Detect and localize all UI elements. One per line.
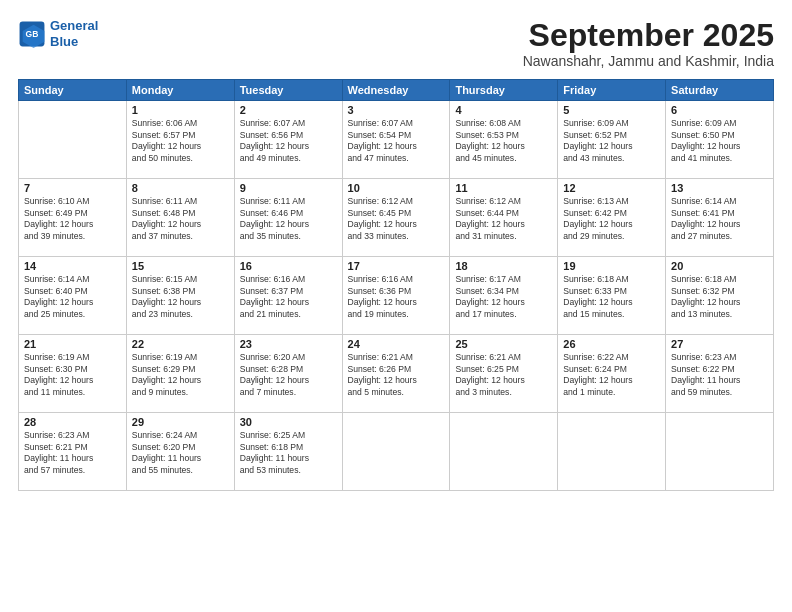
day-info: Sunrise: 6:14 AMSunset: 6:41 PMDaylight:… (671, 196, 768, 242)
day-info: Sunrise: 6:24 AMSunset: 6:20 PMDaylight:… (132, 430, 229, 476)
calendar-cell: 17Sunrise: 6:16 AMSunset: 6:36 PMDayligh… (342, 257, 450, 335)
day-number: 29 (132, 416, 229, 428)
header: GB General Blue September 2025 Nawanshah… (18, 18, 774, 69)
day-number: 17 (348, 260, 445, 272)
calendar-cell: 10Sunrise: 6:12 AMSunset: 6:45 PMDayligh… (342, 179, 450, 257)
calendar-cell: 27Sunrise: 6:23 AMSunset: 6:22 PMDayligh… (666, 335, 774, 413)
calendar-week-row: 1Sunrise: 6:06 AMSunset: 6:57 PMDaylight… (19, 101, 774, 179)
calendar-cell: 25Sunrise: 6:21 AMSunset: 6:25 PMDayligh… (450, 335, 558, 413)
calendar-cell (666, 413, 774, 491)
day-number: 28 (24, 416, 121, 428)
day-info: Sunrise: 6:15 AMSunset: 6:38 PMDaylight:… (132, 274, 229, 320)
calendar-cell: 24Sunrise: 6:21 AMSunset: 6:26 PMDayligh… (342, 335, 450, 413)
day-info: Sunrise: 6:09 AMSunset: 6:52 PMDaylight:… (563, 118, 660, 164)
day-info: Sunrise: 6:25 AMSunset: 6:18 PMDaylight:… (240, 430, 337, 476)
calendar-cell: 7Sunrise: 6:10 AMSunset: 6:49 PMDaylight… (19, 179, 127, 257)
day-number: 22 (132, 338, 229, 350)
title-block: September 2025 Nawanshahr, Jammu and Kas… (523, 18, 774, 69)
calendar-cell: 16Sunrise: 6:16 AMSunset: 6:37 PMDayligh… (234, 257, 342, 335)
calendar-cell: 29Sunrise: 6:24 AMSunset: 6:20 PMDayligh… (126, 413, 234, 491)
calendar-cell: 19Sunrise: 6:18 AMSunset: 6:33 PMDayligh… (558, 257, 666, 335)
day-number: 10 (348, 182, 445, 194)
day-info: Sunrise: 6:08 AMSunset: 6:53 PMDaylight:… (455, 118, 552, 164)
day-number: 8 (132, 182, 229, 194)
calendar-cell: 8Sunrise: 6:11 AMSunset: 6:48 PMDaylight… (126, 179, 234, 257)
weekday-header: Sunday (19, 80, 127, 101)
subtitle: Nawanshahr, Jammu and Kashmir, India (523, 53, 774, 69)
day-info: Sunrise: 6:18 AMSunset: 6:33 PMDaylight:… (563, 274, 660, 320)
calendar-cell: 15Sunrise: 6:15 AMSunset: 6:38 PMDayligh… (126, 257, 234, 335)
day-number: 13 (671, 182, 768, 194)
day-info: Sunrise: 6:16 AMSunset: 6:36 PMDaylight:… (348, 274, 445, 320)
logo-icon: GB (18, 20, 46, 48)
day-number: 16 (240, 260, 337, 272)
day-number: 3 (348, 104, 445, 116)
day-info: Sunrise: 6:21 AMSunset: 6:26 PMDaylight:… (348, 352, 445, 398)
calendar-cell: 1Sunrise: 6:06 AMSunset: 6:57 PMDaylight… (126, 101, 234, 179)
svg-text:GB: GB (26, 29, 39, 39)
calendar-cell: 20Sunrise: 6:18 AMSunset: 6:32 PMDayligh… (666, 257, 774, 335)
calendar-cell: 14Sunrise: 6:14 AMSunset: 6:40 PMDayligh… (19, 257, 127, 335)
weekday-header: Tuesday (234, 80, 342, 101)
calendar-cell: 4Sunrise: 6:08 AMSunset: 6:53 PMDaylight… (450, 101, 558, 179)
day-info: Sunrise: 6:14 AMSunset: 6:40 PMDaylight:… (24, 274, 121, 320)
day-number: 30 (240, 416, 337, 428)
day-info: Sunrise: 6:07 AMSunset: 6:56 PMDaylight:… (240, 118, 337, 164)
day-info: Sunrise: 6:18 AMSunset: 6:32 PMDaylight:… (671, 274, 768, 320)
day-info: Sunrise: 6:09 AMSunset: 6:50 PMDaylight:… (671, 118, 768, 164)
day-number: 14 (24, 260, 121, 272)
calendar-cell: 5Sunrise: 6:09 AMSunset: 6:52 PMDaylight… (558, 101, 666, 179)
calendar-cell (342, 413, 450, 491)
day-number: 12 (563, 182, 660, 194)
calendar-cell: 3Sunrise: 6:07 AMSunset: 6:54 PMDaylight… (342, 101, 450, 179)
day-number: 24 (348, 338, 445, 350)
calendar-cell: 28Sunrise: 6:23 AMSunset: 6:21 PMDayligh… (19, 413, 127, 491)
day-info: Sunrise: 6:11 AMSunset: 6:48 PMDaylight:… (132, 196, 229, 242)
weekday-header-row: SundayMondayTuesdayWednesdayThursdayFrid… (19, 80, 774, 101)
day-number: 25 (455, 338, 552, 350)
month-title: September 2025 (523, 18, 774, 53)
day-number: 4 (455, 104, 552, 116)
day-info: Sunrise: 6:10 AMSunset: 6:49 PMDaylight:… (24, 196, 121, 242)
day-number: 19 (563, 260, 660, 272)
day-info: Sunrise: 6:13 AMSunset: 6:42 PMDaylight:… (563, 196, 660, 242)
calendar-cell: 12Sunrise: 6:13 AMSunset: 6:42 PMDayligh… (558, 179, 666, 257)
day-number: 18 (455, 260, 552, 272)
day-info: Sunrise: 6:12 AMSunset: 6:44 PMDaylight:… (455, 196, 552, 242)
day-number: 21 (24, 338, 121, 350)
calendar-week-row: 14Sunrise: 6:14 AMSunset: 6:40 PMDayligh… (19, 257, 774, 335)
day-info: Sunrise: 6:16 AMSunset: 6:37 PMDaylight:… (240, 274, 337, 320)
calendar-cell (558, 413, 666, 491)
day-info: Sunrise: 6:23 AMSunset: 6:22 PMDaylight:… (671, 352, 768, 398)
day-number: 1 (132, 104, 229, 116)
day-number: 27 (671, 338, 768, 350)
calendar-cell: 9Sunrise: 6:11 AMSunset: 6:46 PMDaylight… (234, 179, 342, 257)
weekday-header: Friday (558, 80, 666, 101)
calendar-week-row: 28Sunrise: 6:23 AMSunset: 6:21 PMDayligh… (19, 413, 774, 491)
day-number: 6 (671, 104, 768, 116)
calendar-cell (450, 413, 558, 491)
weekday-header: Wednesday (342, 80, 450, 101)
logo-line2: Blue (50, 34, 78, 49)
day-info: Sunrise: 6:07 AMSunset: 6:54 PMDaylight:… (348, 118, 445, 164)
day-number: 23 (240, 338, 337, 350)
calendar-cell: 18Sunrise: 6:17 AMSunset: 6:34 PMDayligh… (450, 257, 558, 335)
logo-line1: General (50, 18, 98, 33)
weekday-header: Monday (126, 80, 234, 101)
day-number: 11 (455, 182, 552, 194)
day-info: Sunrise: 6:19 AMSunset: 6:30 PMDaylight:… (24, 352, 121, 398)
calendar-cell: 13Sunrise: 6:14 AMSunset: 6:41 PMDayligh… (666, 179, 774, 257)
day-info: Sunrise: 6:22 AMSunset: 6:24 PMDaylight:… (563, 352, 660, 398)
calendar-cell: 26Sunrise: 6:22 AMSunset: 6:24 PMDayligh… (558, 335, 666, 413)
calendar-week-row: 21Sunrise: 6:19 AMSunset: 6:30 PMDayligh… (19, 335, 774, 413)
weekday-header: Saturday (666, 80, 774, 101)
day-number: 2 (240, 104, 337, 116)
day-info: Sunrise: 6:12 AMSunset: 6:45 PMDaylight:… (348, 196, 445, 242)
calendar-cell: 11Sunrise: 6:12 AMSunset: 6:44 PMDayligh… (450, 179, 558, 257)
logo-text: General Blue (50, 18, 98, 49)
page: GB General Blue September 2025 Nawanshah… (0, 0, 792, 612)
calendar-week-row: 7Sunrise: 6:10 AMSunset: 6:49 PMDaylight… (19, 179, 774, 257)
calendar-cell: 30Sunrise: 6:25 AMSunset: 6:18 PMDayligh… (234, 413, 342, 491)
day-number: 15 (132, 260, 229, 272)
day-number: 9 (240, 182, 337, 194)
